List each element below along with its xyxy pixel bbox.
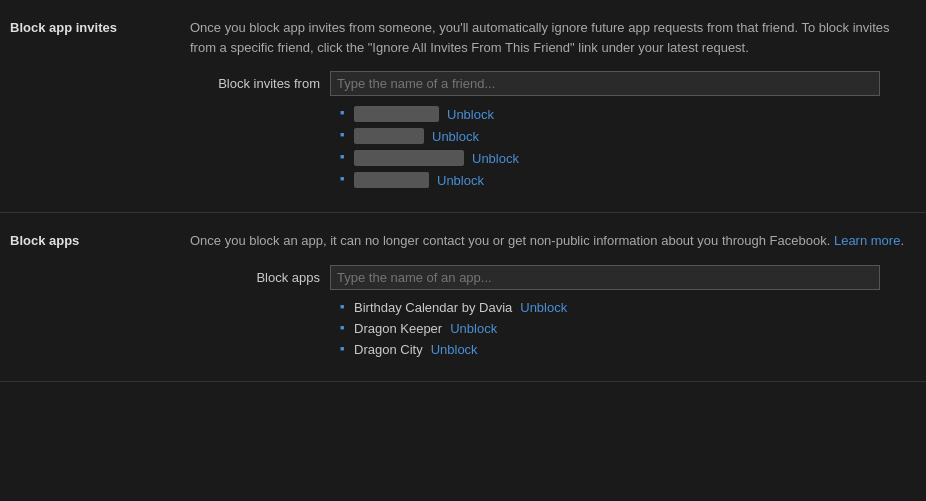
blocked-name-bar [354,128,424,144]
block-invites-form-row: Block invites from [190,71,916,96]
block-apps-label: Block apps [0,231,190,363]
list-item: Dragon Keeper Unblock [340,321,916,336]
block-apps-input[interactable] [330,265,880,290]
unblock-button[interactable]: Unblock [447,107,494,122]
block-apps-description-text: Once you block an app, it can no longer … [190,233,830,248]
app-name: Birthday Calendar by Davia [354,300,512,315]
list-item: Unblock [340,150,916,166]
block-invites-input[interactable] [330,71,880,96]
unblock-button[interactable]: Unblock [520,300,567,315]
list-item: Unblock [340,106,916,122]
app-name: Dragon City [354,342,423,357]
unblock-button[interactable]: Unblock [472,151,519,166]
app-name: Dragon Keeper [354,321,442,336]
block-apps-form-label: Block apps [190,270,330,285]
block-app-invites-section: Block app invites Once you block app inv… [0,0,926,213]
list-item: Dragon City Unblock [340,342,916,357]
unblock-button[interactable]: Unblock [450,321,497,336]
block-apps-section: Block apps Once you block an app, it can… [0,213,926,382]
unblock-button[interactable]: Unblock [431,342,478,357]
blocked-name-bar [354,150,464,166]
block-app-invites-description: Once you block app invites from someone,… [190,18,916,57]
learn-more-link[interactable]: Learn more [834,233,900,248]
blocked-name-bar [354,106,439,122]
block-invites-form-label: Block invites from [190,76,330,91]
block-apps-form-row: Block apps [190,265,916,290]
block-app-invites-content: Once you block app invites from someone,… [190,18,926,194]
list-item: Birthday Calendar by Davia Unblock [340,300,916,315]
unblock-button[interactable]: Unblock [437,173,484,188]
block-apps-content: Once you block an app, it can no longer … [190,231,926,363]
blocked-invites-list: Unblock Unblock Unblock Unblock [340,106,916,188]
blocked-name-bar [354,172,429,188]
unblock-button[interactable]: Unblock [432,129,479,144]
list-item: Unblock [340,172,916,188]
block-app-invites-label: Block app invites [0,18,190,194]
blocked-apps-list: Birthday Calendar by Davia Unblock Drago… [340,300,916,357]
list-item: Unblock [340,128,916,144]
block-apps-description: Once you block an app, it can no longer … [190,231,916,251]
